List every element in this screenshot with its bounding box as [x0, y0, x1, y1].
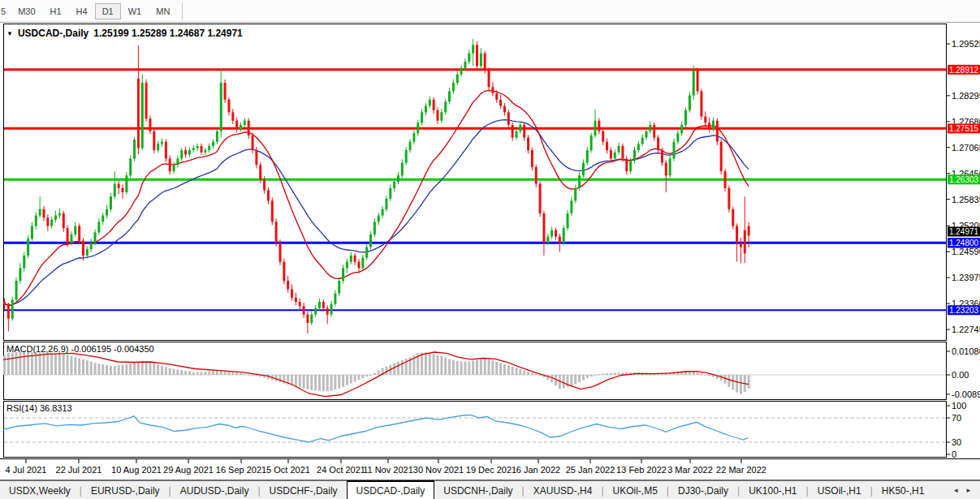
- candle: [539, 182, 542, 217]
- macd-histogram-bar: [369, 375, 372, 376]
- macd-histogram-bar: [350, 375, 352, 384]
- candle: [673, 139, 676, 161]
- level-price-badge: 1.28912: [948, 65, 980, 75]
- rsi-panel[interactable]: 10070300: [0, 401, 980, 458]
- symbol-tab-hk50-h1[interactable]: HK50-,H1: [873, 481, 934, 499]
- macd-histogram-bar: [7, 353, 10, 375]
- macd-histogram-bar: [145, 362, 148, 375]
- macd-axis-tick: 0.010869: [952, 346, 980, 356]
- candle: [165, 140, 167, 162]
- macd-histogram-bar: [539, 375, 542, 376]
- trading-app-window: 5M30H1H4D1W1MN 1.295251.282951.276801.27…: [0, 0, 980, 499]
- macd-histogram-bar: [433, 354, 435, 375]
- timeframe-button-h4[interactable]: H4: [69, 3, 95, 19]
- macd-histogram-bar: [252, 375, 254, 376]
- symbol-tab-dj30-daily[interactable]: DJ30-,Daily: [669, 481, 737, 499]
- timeframe-button-m30[interactable]: M30: [11, 3, 42, 19]
- timeframe-toolbar: 5M30H1H4D1W1MN: [0, 0, 980, 23]
- date-axis-label: 13 Feb 2022: [616, 465, 667, 475]
- macd-histogram-bar: [365, 375, 368, 376]
- macd-histogram-bar: [503, 364, 506, 375]
- macd-histogram-bar: [231, 372, 234, 375]
- candle: [133, 138, 136, 161]
- price-axis-tick: 1.22745: [952, 325, 980, 334]
- macd-histogram-bar: [86, 360, 89, 375]
- macd-histogram-bar: [452, 360, 455, 375]
- date-axis-label: 5 Oct 2021: [266, 465, 310, 475]
- macd-histogram-bar: [602, 373, 604, 375]
- macd-histogram-bar: [224, 371, 227, 375]
- macd-histogram-bar: [161, 365, 163, 375]
- date-axis-label: 22 Jul 2021: [56, 465, 102, 475]
- macd-histogram-bar: [149, 362, 151, 375]
- macd-histogram-bar: [133, 363, 136, 375]
- price-chart-panel[interactable]: 1.295251.282951.276801.270651.264501.258…: [0, 23, 980, 342]
- macd-histogram-bar: [378, 370, 380, 375]
- date-axis-label: 24 Oct 2021: [317, 465, 365, 475]
- macd-histogram-bar: [708, 375, 710, 376]
- macd-histogram-bar: [306, 375, 309, 389]
- candle: [484, 51, 486, 74]
- symbol-tab-usdcad-daily[interactable]: USDCAD-,Daily: [347, 480, 435, 499]
- macd-histogram-bar: [322, 375, 325, 391]
- macd-histogram-bar: [491, 360, 494, 375]
- macd-histogram-bar: [563, 375, 565, 389]
- symbol-tab-ukoil-m5[interactable]: UKOil-,M5: [604, 481, 667, 499]
- candle: [563, 226, 565, 246]
- symbol-tab-usdcnh-daily[interactable]: USDCNH-,Daily: [434, 481, 521, 499]
- macd-histogram-bar: [460, 361, 463, 375]
- symbol-tab-xauusd-h4[interactable]: XAUUSD-,H4: [525, 481, 602, 499]
- macd-histogram-bar: [578, 375, 581, 382]
- macd-histogram-bar: [58, 354, 61, 375]
- rsi-axis-tick: 70: [952, 413, 961, 423]
- macd-histogram-bar: [106, 365, 108, 375]
- macd-histogram-bar: [334, 375, 336, 389]
- rsi-plot-border: [4, 402, 947, 458]
- macd-histogram-bar: [220, 371, 222, 375]
- macd-histogram-bar: [358, 375, 360, 380]
- candle: [531, 148, 533, 170]
- candle: [724, 169, 727, 191]
- macd-histogram-bar: [421, 353, 423, 375]
- chart-dropdown-icon[interactable]: ▼: [6, 30, 13, 37]
- macd-histogram-bar: [235, 372, 238, 375]
- macd-histogram-bar: [531, 372, 533, 375]
- svg-text:1.27515: 1.27515: [949, 124, 979, 133]
- timeframe-button-w1[interactable]: W1: [121, 3, 149, 19]
- date-axis-label: 30 Nov 2021: [413, 465, 464, 475]
- macd-histogram-bar: [476, 359, 478, 375]
- macd-histogram-bar: [570, 375, 572, 385]
- macd-histogram-bar: [192, 372, 195, 375]
- level-price-badge: 1.24800: [948, 238, 980, 247]
- timeframe-button-mn[interactable]: MN: [149, 3, 177, 19]
- current-price-badge: 1.24971: [948, 226, 980, 236]
- symbol-tab-audusd-daily[interactable]: AUDUSD-,Daily: [171, 481, 258, 499]
- tab-scroll-left-icon[interactable]: ◄: [952, 487, 959, 494]
- macd-histogram-bar: [523, 370, 525, 375]
- chart-symbol-label: USDCAD-,Daily: [18, 28, 89, 39]
- candle: [720, 140, 723, 175]
- timeframe-button-h1[interactable]: H1: [43, 3, 69, 19]
- candle: [145, 80, 148, 122]
- timeframe-button-5[interactable]: 5: [0, 3, 11, 19]
- chart-ohlc-values: 1.25199 1.25289 1.24687 1.24971: [93, 28, 243, 39]
- symbol-tab-usdx-weekly[interactable]: USDX,Weekly: [0, 481, 80, 499]
- date-axis-label: 10 Aug 2021: [111, 465, 162, 475]
- macd-histogram-bar: [594, 375, 597, 376]
- symbol-tab-uk100-h1[interactable]: UK100-,H1: [740, 481, 805, 499]
- macd-histogram-bar: [63, 354, 65, 375]
- macd-histogram-bar: [39, 352, 41, 375]
- macd-histogram-bar: [141, 361, 144, 375]
- macd-histogram-bar: [125, 364, 127, 375]
- rsi-indicator-label: RSI(14) 36.8313: [6, 403, 72, 413]
- macd-histogram-bar: [330, 375, 333, 390]
- level-price-badge: 1.27515: [948, 123, 980, 133]
- macd-histogram-bar: [574, 375, 576, 384]
- symbol-tab-eurusd-daily[interactable]: EURUSD-,Daily: [82, 481, 169, 499]
- timeframe-button-d1[interactable]: D1: [95, 3, 121, 19]
- tab-scroll-controls: ◄►: [944, 481, 980, 499]
- tab-scroll-right-icon[interactable]: ►: [965, 487, 972, 494]
- symbol-tab-usdchf-daily[interactable]: USDCHF-,Daily: [261, 481, 347, 499]
- symbol-tab-usoil-h1[interactable]: USOil-,H1: [809, 481, 870, 499]
- candle: [684, 107, 687, 127]
